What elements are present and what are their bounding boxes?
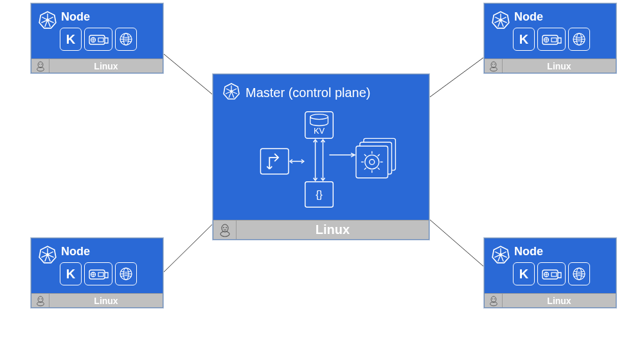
node-bottom-right: Node K Linux <box>484 238 616 308</box>
kubelet-icon: K <box>513 262 535 285</box>
svg-point-14 <box>310 114 328 120</box>
svg-point-99 <box>39 298 39 299</box>
svg-line-104 <box>501 252 506 255</box>
svg-rect-15 <box>260 148 289 174</box>
svg-line-46 <box>42 17 48 20</box>
svg-rect-93 <box>98 273 103 276</box>
kubernetes-icon <box>222 82 240 104</box>
svg-point-78 <box>492 64 492 64</box>
node-icon-row: K <box>513 28 590 51</box>
svg-line-88 <box>42 252 48 255</box>
node-top-left: Node K Linux <box>31 3 163 73</box>
svg-point-79 <box>494 64 494 64</box>
linux-penguin-icon <box>31 59 49 73</box>
node-footer: Linux <box>31 293 163 307</box>
svg-rect-114 <box>551 273 557 276</box>
controllers-icon <box>356 138 395 177</box>
container-engine-icon <box>84 28 112 51</box>
node-icon-row: K <box>60 262 137 285</box>
svg-line-41 <box>48 17 53 20</box>
node-title: Node <box>61 245 137 258</box>
master-title: Master (control plane) <box>246 86 371 100</box>
container-engine-icon <box>84 262 112 285</box>
svg-point-100 <box>40 298 41 299</box>
svg-point-37 <box>226 227 227 228</box>
svg-point-118 <box>491 296 496 302</box>
kv-label: KV <box>314 126 325 136</box>
svg-rect-72 <box>551 38 557 42</box>
linux-penguin-icon <box>31 294 49 307</box>
container-engine-icon <box>537 28 566 51</box>
node-icon-row: K <box>513 262 590 285</box>
master-footer: Linux <box>213 220 429 239</box>
network-globe-icon <box>115 28 137 51</box>
kv-store-icon: KV <box>305 112 334 139</box>
svg-point-55 <box>38 62 43 68</box>
node-footer: Linux <box>485 293 616 307</box>
svg-point-121 <box>494 298 494 299</box>
svg-line-109 <box>495 252 501 255</box>
svg-line-7 <box>231 89 237 91</box>
svg-line-67 <box>495 17 501 20</box>
network-globe-icon <box>568 28 590 51</box>
node-body: Node K <box>31 239 163 293</box>
node-title: Node <box>61 10 137 24</box>
node-title: Node <box>514 245 590 258</box>
svg-line-83 <box>48 252 53 255</box>
node-os-label: Linux <box>49 61 163 71</box>
network-globe-icon <box>568 262 590 285</box>
node-top-right: Node K Linux <box>484 3 616 73</box>
linux-penguin-icon <box>485 294 503 307</box>
master-header: Master (control plane) <box>222 82 420 104</box>
kubelet-icon: K <box>513 28 535 51</box>
api-router-icon <box>260 148 289 174</box>
kubelet-icon: K <box>60 262 82 285</box>
svg-point-34 <box>222 224 228 232</box>
scheduler-label: {} <box>316 189 323 200</box>
node-title: Node <box>514 10 590 24</box>
svg-line-12 <box>226 89 231 91</box>
node-body: Node K <box>31 4 163 59</box>
kubelet-icon: K <box>60 28 82 51</box>
container-engine-icon <box>537 262 566 285</box>
svg-point-76 <box>491 62 496 68</box>
node-icon-row: K <box>60 28 137 51</box>
master-body: Master (control plane) KV {} <box>213 75 429 220</box>
kubernetes-icon <box>38 245 57 267</box>
svg-rect-51 <box>98 38 103 42</box>
node-body: Node K <box>485 4 616 59</box>
kubernetes-icon <box>38 10 57 32</box>
svg-point-58 <box>40 64 41 64</box>
svg-point-57 <box>39 64 39 64</box>
node-footer: Linux <box>485 59 616 73</box>
svg-point-97 <box>38 296 43 302</box>
node-os-label: Linux <box>503 61 616 71</box>
linux-penguin-icon <box>485 59 503 73</box>
kubernetes-icon <box>491 245 510 267</box>
network-globe-icon <box>115 262 137 285</box>
arrows <box>290 140 355 180</box>
scheduler-icon: {} <box>305 182 334 208</box>
linux-penguin-icon <box>213 221 237 239</box>
master-os-label: Linux <box>237 222 429 237</box>
master-panel: Master (control plane) KV {} <box>213 74 429 240</box>
node-os-label: Linux <box>49 296 163 306</box>
node-bottom-left: Node K Linux <box>31 238 163 308</box>
node-body: Node K <box>485 239 616 293</box>
master-internal-diagram: KV {} <box>222 110 420 210</box>
svg-point-36 <box>223 227 224 228</box>
svg-point-120 <box>492 298 492 299</box>
node-footer: Linux <box>31 59 163 73</box>
node-os-label: Linux <box>503 296 616 306</box>
svg-line-62 <box>501 17 506 20</box>
svg-rect-19 <box>356 146 388 178</box>
kubernetes-icon <box>491 10 510 32</box>
